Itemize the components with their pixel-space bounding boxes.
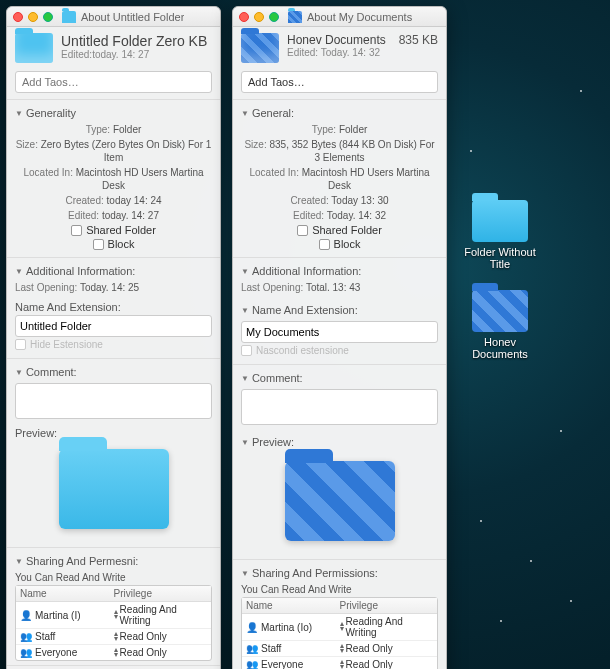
row-type: Type: Folder [15,122,212,137]
comment-input[interactable] [15,383,212,419]
block-checkbox[interactable] [319,239,330,250]
row-type: Type: Folder [241,122,438,137]
updown-icon[interactable]: ▴▾ [114,648,118,658]
section-permissions[interactable]: Sharing And Permesni: [15,552,212,570]
updown-icon[interactable]: ▴▾ [340,622,344,632]
perm-summary: You Can Read And Write [15,570,212,585]
window-title: About Untitled Folder [81,11,184,23]
row-last-opening: Last Opening: Today. 14: 25 [15,280,212,295]
desktop-icon-honey-documents[interactable]: Honev Documents [460,290,540,360]
window-title: About My Documents [307,11,412,23]
tags-input[interactable] [15,71,212,93]
section-additional[interactable]: Additional Information: [15,262,212,280]
folder-icon [241,33,279,63]
section-name-extension[interactable]: Name And Extension: [241,301,438,319]
updown-icon[interactable]: ▴▾ [340,660,344,669]
updown-icon[interactable]: ▴▾ [340,644,344,654]
close-icon[interactable] [239,12,249,22]
group-icon: 👥 [20,631,32,642]
header-name: Honev Documents [287,33,386,47]
table-row[interactable]: 👤Martina (I)▴▾Reading And Writing [16,602,211,629]
comment-input[interactable] [241,389,438,425]
row-created: Created: today 14: 24 [15,193,212,208]
label-name-extension: Name And Extension: [15,301,212,313]
hide-ext-label: Nascondi estensione [256,345,349,356]
permissions-table: NamePrivilege 👤Martina (Io)▴▾Reading And… [241,597,438,669]
row-edited: Edited: today. 14: 27 [15,208,212,223]
shared-checkbox[interactable] [297,225,308,236]
table-row[interactable]: 👥Staff▴▾Read Only [16,629,211,645]
name-extension-input[interactable] [241,321,438,343]
block-label: Block [108,238,135,250]
group-icon: 👥 [246,643,258,654]
preview-folder-icon [285,461,395,541]
folder-icon [288,11,302,23]
shared-label: Shared Folder [312,224,382,236]
preview-folder-icon [59,449,169,529]
section-additional[interactable]: Additional Information: [241,262,438,280]
info-window-mydocuments: About My Documents Honev Documents 835 K… [232,6,447,669]
minimize-icon[interactable] [28,12,38,22]
zoom-icon[interactable] [269,12,279,22]
col-name: Name [242,598,336,613]
section-general[interactable]: Generality [15,104,212,122]
name-extension-input[interactable] [15,315,212,337]
updown-icon[interactable]: ▴▾ [114,610,118,620]
titlebar[interactable]: About My Documents [233,7,446,27]
col-privilege: Privilege [336,598,437,613]
shared-checkbox[interactable] [71,225,82,236]
header-size: 835 KB [399,33,438,47]
hide-ext-label: Hide Estensione [30,339,103,350]
header-edited: Edited: Today. 14: 32 [287,47,438,58]
group-icon: 👥 [20,647,32,658]
header-name: Untitled Folder Zero KB [61,33,212,49]
desktop-icon-label: Folder Without Title [460,246,540,270]
row-size: Size: Zero Bytes (Zero Bytes On Disk) Fo… [15,137,212,165]
section-general[interactable]: General: [241,104,438,122]
user-icon: 👤 [20,610,32,621]
perm-summary: You Can Read And Write [241,582,438,597]
desktop-icon-folder-without-title[interactable]: Folder Without Title [460,200,540,270]
section-comment[interactable]: Comment: [15,363,212,381]
permissions-table: NamePrivilege 👤Martina (I)▴▾Reading And … [15,585,212,661]
minimize-icon[interactable] [254,12,264,22]
table-row[interactable]: 👤Martina (Io)▴▾Reading And Writing [242,614,437,641]
col-name: Name [16,586,110,601]
table-row[interactable]: 👥Everyone▴▾Read Only [16,645,211,660]
row-size: Size: 835, 352 Bytes (844 KB On Disk) Fo… [241,137,438,165]
row-last-opening: Last Opening: Total. 13: 43 [241,280,438,295]
hide-ext-checkbox [15,339,26,350]
shared-label: Shared Folder [86,224,156,236]
section-comment[interactable]: Comment: [241,369,438,387]
section-preview[interactable]: Preview: [241,433,438,451]
folder-icon [472,290,528,332]
col-privilege: Privilege [110,586,211,601]
header-edited: Edited:today. 14: 27 [61,49,212,60]
row-edited: Edited: Today. 14: 32 [241,208,438,223]
tags-input[interactable] [241,71,438,93]
label-preview: Preview: [15,427,212,439]
desktop-icon-label: Honev Documents [460,336,540,360]
folder-icon [15,33,53,63]
hide-ext-checkbox [241,345,252,356]
zoom-icon[interactable] [43,12,53,22]
user-icon: 👤 [246,622,258,633]
updown-icon[interactable]: ▴▾ [114,632,118,642]
section-permissions[interactable]: Sharing And Permissions: [241,564,438,582]
folder-icon [472,200,528,242]
folder-icon [62,11,76,23]
block-checkbox[interactable] [93,239,104,250]
group-icon: 👥 [246,659,258,669]
block-label: Block [334,238,361,250]
row-located: Located In: Macintosh HD Users Martina D… [241,165,438,193]
titlebar[interactable]: About Untitled Folder [7,7,220,27]
row-created: Created: Today 13: 30 [241,193,438,208]
table-row[interactable]: 👥Everyone▴▾Read Only [242,657,437,669]
table-row[interactable]: 👥Staff▴▾Read Only [242,641,437,657]
row-located: Located In: Macintosh HD Users Martina D… [15,165,212,193]
close-icon[interactable] [13,12,23,22]
info-window-untitled: About Untitled Folder Untitled Folder Ze… [6,6,221,669]
